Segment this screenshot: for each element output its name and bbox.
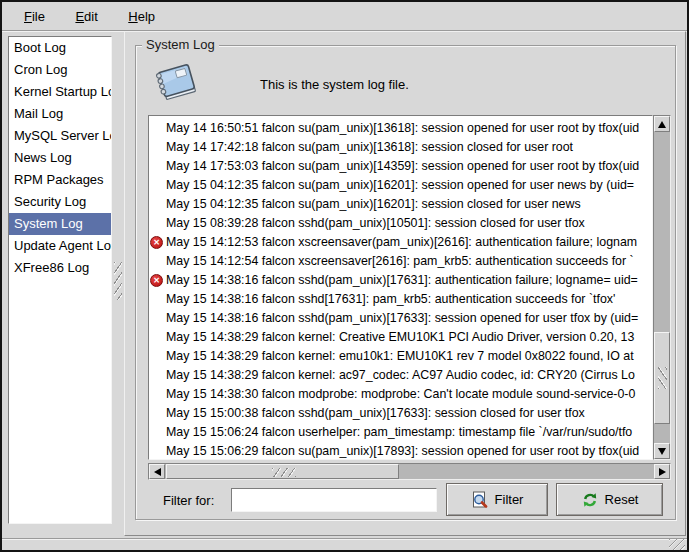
up-arrow-icon [658, 121, 666, 128]
main-panel: System Log This is the system log f [124, 31, 686, 536]
scroll-down-button[interactable] [654, 443, 670, 459]
sidebar-item-system-log[interactable]: System Log [9, 213, 111, 235]
sidebar-item-update-agent-log[interactable]: Update Agent Log [9, 235, 111, 257]
log-row[interactable]: May 15 14:38:29 falcon kernel: emu10k1: … [149, 347, 652, 366]
filter-input[interactable] [231, 488, 437, 512]
log-type-sidebar: Boot Log Cron Log Kernel Startup Log Mai… [8, 36, 112, 524]
left-arrow-icon [154, 468, 161, 476]
log-row[interactable]: May 15 15:06:24 falcon userhelper: pam_t… [149, 423, 652, 442]
log-row[interactable]: May 15 04:12:35 falcon su(pam_unix)[1620… [149, 195, 652, 214]
horizontal-scrollbar-thumb[interactable] [166, 464, 399, 479]
log-row[interactable]: May 15 14:38:30 falcon modprobe: modprob… [149, 385, 652, 404]
log-book-icon [148, 57, 200, 109]
log-row[interactable]: May 15 14:38:29 falcon kernel: ac97_code… [149, 366, 652, 385]
menu-help[interactable]: Help [122, 7, 161, 26]
sidebar-item-mysql-server-log[interactable]: MySQL Server Log [9, 125, 111, 147]
status-bar [2, 538, 687, 552]
system-log-frame: System Log This is the system log f [135, 45, 676, 520]
log-row[interactable]: ✕May 15 14:12:53 falcon xscreensaver(pam… [149, 233, 652, 252]
log-entry-list: May 14 16:50:51 falcon su(pam_unix)[1361… [148, 115, 653, 460]
sidebar-item-xfree86-log[interactable]: XFree86 Log [9, 257, 111, 279]
scroll-up-button[interactable] [654, 116, 670, 132]
log-row[interactable]: May 15 15:06:29 falcon su(pam_unix)[1789… [149, 442, 652, 460]
vertical-scrollbar-thumb[interactable] [654, 332, 670, 424]
scroll-right-button[interactable] [654, 464, 670, 479]
log-row[interactable]: May 14 17:53:03 falcon su(pam_unix)[1435… [149, 157, 652, 176]
log-row[interactable]: May 14 17:42:18 falcon su(pam_unix)[1361… [149, 138, 652, 157]
sidebar-item-news-log[interactable]: News Log [9, 147, 111, 169]
sidebar-item-mail-log[interactable]: Mail Log [9, 103, 111, 125]
log-scroll-window: May 14 16:50:51 falcon su(pam_unix)[1361… [148, 115, 671, 460]
log-row[interactable]: May 15 08:39:28 falcon sshd(pam_unix)[10… [149, 214, 652, 233]
sidebar-item-boot-log[interactable]: Boot Log [9, 37, 111, 59]
menu-file[interactable]: File [18, 7, 51, 26]
paned-resize-handle[interactable] [114, 262, 122, 300]
log-viewer-window: File Edit Help Boot Log Cron Log Kernel … [0, 0, 689, 552]
scroll-left-button[interactable] [149, 464, 165, 479]
log-row[interactable]: May 15 14:38:29 falcon kernel: Creative … [149, 328, 652, 347]
log-description: This is the system log file. [260, 77, 409, 92]
reset-button-label: Reset [605, 492, 639, 507]
error-icon: ✕ [150, 274, 163, 287]
down-arrow-icon [658, 448, 666, 455]
thumb-grip-icon [272, 468, 296, 477]
log-row[interactable]: May 15 14:38:16 falcon sshd(pam_unix)[17… [149, 309, 652, 328]
refresh-icon [581, 491, 599, 509]
filter-button-label: Filter [495, 492, 524, 507]
sidebar-item-kernel-startup-log[interactable]: Kernel Startup Log [9, 81, 111, 103]
log-row[interactable]: May 15 14:12:54 falcon xscreensaver[2616… [149, 252, 652, 271]
log-row[interactable]: May 15 15:00:38 falcon sshd(pam_unix)[17… [149, 404, 652, 423]
filter-label: Filter for: [163, 493, 214, 508]
log-row[interactable]: May 15 04:12:35 falcon su(pam_unix)[1620… [149, 176, 652, 195]
reset-button[interactable]: Reset [556, 483, 663, 516]
find-icon [471, 491, 489, 509]
right-arrow-icon [659, 468, 666, 476]
log-row[interactable]: ✕May 15 14:38:16 falcon sshd(pam_unix)[1… [149, 271, 652, 290]
sidebar-item-cron-log[interactable]: Cron Log [9, 59, 111, 81]
error-icon: ✕ [150, 236, 163, 249]
window-resize-grip-icon[interactable] [669, 539, 685, 551]
horizontal-scrollbar[interactable] [148, 463, 671, 480]
thumb-grip-icon [658, 367, 667, 389]
log-row[interactable]: May 15 14:38:16 falcon sshd[17631]: pam_… [149, 290, 652, 309]
sidebar-item-security-log[interactable]: Security Log [9, 191, 111, 213]
log-row[interactable]: May 14 16:50:51 falcon su(pam_unix)[1361… [149, 119, 652, 138]
vertical-scrollbar[interactable] [653, 115, 671, 460]
frame-title: System Log [142, 37, 219, 52]
menu-edit[interactable]: Edit [69, 7, 103, 26]
sidebar-item-rpm-packages[interactable]: RPM Packages [9, 169, 111, 191]
filter-button[interactable]: Filter [446, 483, 548, 516]
menu-bar: File Edit Help [2, 2, 687, 31]
